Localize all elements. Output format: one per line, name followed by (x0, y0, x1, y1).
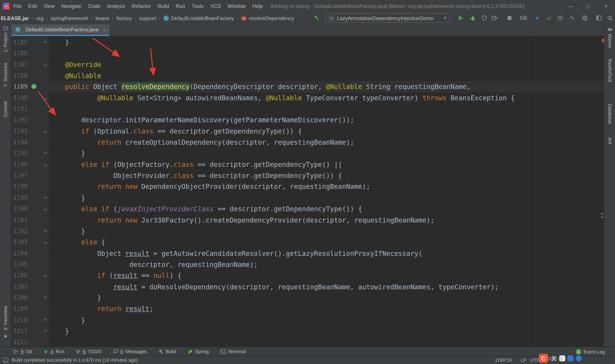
sidebar-item-restfultool[interactable]: RestfulTool (604, 59, 615, 82)
coverage-button[interactable] (481, 14, 488, 22)
code-line[interactable]: 1195 } (11, 148, 604, 159)
sidebar-item-project[interactable]: 1: Project (0, 26, 11, 52)
line-number[interactable]: 1204 (11, 248, 27, 259)
code-line[interactable]: 1208 } (11, 292, 604, 303)
fold-start-icon[interactable] (43, 130, 47, 133)
menu-item-run[interactable]: Run (176, 3, 185, 9)
code-line[interactable]: 1200 else if (javaxInjectProviderClass =… (11, 204, 604, 215)
menu-item-file[interactable]: File (13, 3, 21, 9)
code-line[interactable]: 1211 } (11, 325, 604, 337)
rollback-button[interactable] (568, 14, 575, 22)
menu-item-vcs[interactable]: VCS (210, 3, 221, 9)
search-everywhere-icon[interactable] (606, 14, 614, 22)
sidebar-item-ant[interactable]: Ant (604, 137, 615, 144)
line-number[interactable]: 1189 (11, 81, 27, 92)
line-number[interactable]: 1190 (11, 92, 27, 104)
vcs-change-stripe-mark[interactable] (601, 217, 603, 218)
code-line[interactable]: 1193 if (Optional.class == descriptor.ge… (11, 126, 604, 137)
breadcrumb-item[interactable]: factory (117, 15, 132, 21)
menu-item-code[interactable]: Code (88, 3, 100, 9)
line-number[interactable]: 1192 (11, 115, 27, 126)
commit-button[interactable] (545, 14, 552, 22)
code-line[interactable]: 1192 descriptor.initParameterNameDiscove… (11, 115, 604, 126)
code-line[interactable]: 1212 (11, 337, 604, 347)
breadcrumb-item[interactable]: springframework (51, 15, 88, 21)
close-tab-icon[interactable]: × (103, 27, 106, 32)
code-line[interactable]: 1190 @Nullable Set<String> autowiredBean… (11, 92, 604, 104)
fold-end-icon[interactable] (43, 318, 47, 322)
caret-position[interactable]: 1189:19 (495, 357, 512, 363)
line-number[interactable]: 1212 (11, 337, 27, 347)
line-number[interactable]: 1191 (11, 104, 27, 115)
code-line[interactable]: 1186 (11, 48, 604, 59)
code-line[interactable]: 1185 } (11, 37, 604, 48)
menu-item-help[interactable]: Help (252, 3, 263, 9)
build-hammer-icon[interactable] (314, 14, 321, 22)
line-number[interactable]: 1193 (11, 126, 27, 137)
sidebar-item-structure[interactable]: 7: Structure (0, 63, 11, 87)
code-line[interactable]: 1204 Object result = getAutowireCandidat… (11, 248, 604, 259)
code-line[interactable]: 1210 } (11, 314, 604, 325)
line-separator-indicator[interactable]: LF (521, 357, 526, 363)
line-number[interactable]: 1200 (11, 204, 27, 215)
code-editor[interactable]: 1185 }11861187 @Override1188 @Nullable11… (11, 36, 604, 347)
code-line[interactable]: 1194 return createOptionalDependency(des… (11, 137, 604, 148)
line-number[interactable]: 1202 (11, 226, 27, 237)
sidebar-item-favorites[interactable]: 2: Favorites★ (0, 306, 11, 339)
minimize-button[interactable]: — (562, 0, 580, 12)
code-line[interactable]: 1201 return new Jsr330Factory().createDe… (11, 215, 604, 226)
breadcrumb-item[interactable]: ELEASE.jar (1, 15, 29, 21)
sidebar-item-database[interactable]: Database (604, 104, 615, 124)
toolwindow-button-run[interactable]: 4: Run (44, 349, 64, 354)
shelve-changes-icon[interactable] (581, 14, 588, 22)
code-line[interactable]: 1191 (11, 104, 604, 115)
menu-item-window[interactable]: Window (227, 3, 246, 9)
line-number[interactable]: 1198 (11, 181, 27, 192)
toolwindow-button-terminal[interactable]: Terminal (220, 349, 246, 354)
fold-end-icon[interactable] (43, 229, 47, 233)
tool-window-toggle-icon[interactable] (3, 358, 8, 364)
breadcrumb-class[interactable]: CDefaultListableBeanFactory (163, 15, 234, 21)
toolwindow-button-spring[interactable]: Spring (188, 349, 209, 354)
fold-end-icon[interactable] (43, 296, 47, 300)
code-line[interactable]: 1188 @Nullable (11, 70, 604, 81)
sidebar-item-commit[interactable]: Commit (0, 101, 11, 117)
breadcrumb-item[interactable]: support (139, 15, 156, 21)
line-number[interactable]: 1211 (11, 325, 27, 337)
maximize-button[interactable]: □ (580, 0, 598, 12)
menu-item-analyze[interactable]: Analyze (107, 3, 125, 9)
line-number[interactable]: 1201 (11, 215, 27, 226)
line-number[interactable]: 1205 (11, 259, 27, 270)
profiler-button[interactable] (491, 14, 498, 22)
menu-item-view[interactable]: View (44, 3, 55, 9)
menu-item-build[interactable]: Build (158, 3, 169, 9)
toolwindow-button-todo[interactable]: 6: TODO (76, 349, 101, 354)
window-layout-icon[interactable] (595, 14, 602, 22)
code-line[interactable]: 1209 return result; (11, 303, 604, 314)
fold-start-icon[interactable] (43, 274, 47, 278)
code-line[interactable]: 1187 @Override (11, 59, 604, 70)
breadcrumb-item[interactable]: beans (95, 15, 109, 21)
code-line[interactable]: 1202 } (11, 226, 604, 237)
run-button[interactable] (457, 14, 465, 22)
line-number[interactable]: 1186 (11, 48, 27, 59)
line-number[interactable]: 1185 (11, 37, 27, 48)
menu-item-tools[interactable]: Tools (192, 3, 204, 9)
menu-item-navigate[interactable]: Navigate (61, 3, 81, 9)
code-line[interactable]: 1198 return new DependencyObjectProvider… (11, 181, 604, 192)
error-indicator-icon[interactable] (602, 39, 604, 42)
line-number[interactable]: 1196 (11, 159, 27, 170)
code-line[interactable]: 1196 else if (ObjectFactory.class == des… (11, 159, 604, 170)
line-number[interactable]: 1208 (11, 292, 27, 303)
close-button[interactable]: × (597, 0, 615, 12)
breadcrumb-item[interactable]: org (36, 15, 44, 21)
menu-item-edit[interactable]: Edit (28, 3, 37, 9)
fold-end-icon[interactable] (43, 329, 47, 333)
code-line[interactable]: 1189 public Object resolveDependency(Dep… (11, 81, 604, 92)
update-project-button[interactable] (534, 14, 540, 22)
line-number[interactable]: 1203 (11, 237, 27, 248)
stop-button[interactable] (506, 14, 513, 22)
breadcrumb-method[interactable]: mresolveDependency (241, 15, 294, 21)
code-line[interactable]: 1205 descriptor, requestingBeanName); (11, 259, 604, 270)
tab-defaultlistablebeanfactory[interactable]: C DefaultListableBeanFactory.java × (11, 24, 109, 36)
